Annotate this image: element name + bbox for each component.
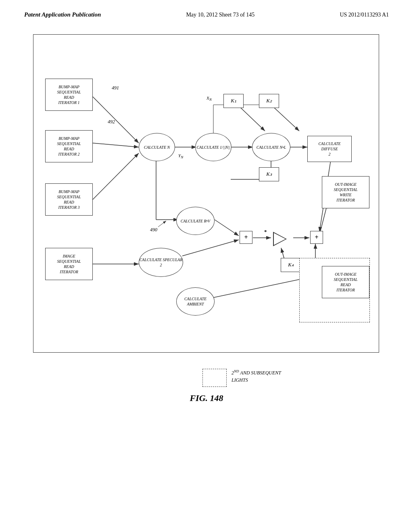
k1-box: K₁ <box>223 94 244 108</box>
calc-n-label: CALCULATE N <box>144 145 170 150</box>
calc-specular-label: CALCULATE SPECULAR 2 <box>139 257 183 268</box>
calc-ambient-label: CALCULATE AMBIENT <box>177 296 214 307</box>
image-sequential-read-iterator: IMAGE SEQUENTIAL READ ITERATOR <box>45 248 93 280</box>
k3-label: K₃ <box>266 171 272 178</box>
calculate-rv: CALCULATE R•V <box>176 207 215 235</box>
ref-490: 490 <box>150 227 157 233</box>
publication-title: Patent Application Publication <box>24 11 101 18</box>
k2-label: K₂ <box>266 98 272 104</box>
plus-operator-2: + <box>310 231 323 244</box>
bump-map-iterator-3: BUMP-MAP SEQUENTIAL READ ITERATOR 3 <box>45 183 93 216</box>
bump-map-iterator-2: BUMP-MAP SEQUENTIAL READ ITERATOR 2 <box>45 130 93 162</box>
calculate-specular: CALCULATE SPECULAR 2 <box>139 248 183 277</box>
out-image-read-iterator: OUT-IMAGE SEQUENTIAL READ ITERATOR <box>322 266 369 298</box>
k3-box: K₃ <box>259 167 279 181</box>
calc-1n-label: CALCULATE 1/||N|| <box>196 145 230 150</box>
out-write-label: OUT-IMAGE SEQUENTIAL WRITE ITERATOR <box>334 182 358 203</box>
calc-diffuse-label: CALCULATE DIFFUSE 2 <box>318 141 340 157</box>
calc-rv-label: CALCULATE R•V <box>181 218 210 224</box>
plus1-symbol: + <box>244 234 248 241</box>
k2-box: K₂ <box>259 94 279 108</box>
ref-491: 491 <box>112 85 119 91</box>
bump2-label: BUMP-MAP SEQUENTIAL READ ITERATOR 2 <box>57 136 81 157</box>
calculate-1n: CALCULATE 1/||N|| <box>195 133 232 161</box>
out-image-write-iterator: OUT-IMAGE SEQUENTIAL WRITE ITERATOR <box>322 176 369 208</box>
bump1-label: BUMP-MAP SEQUENTIAL READ ITERATOR 1 <box>57 84 81 105</box>
multiply-symbol: * <box>264 229 267 235</box>
k4-box: K₄ <box>281 258 301 272</box>
plus-operator-1: + <box>240 231 252 244</box>
legend-dashed-box <box>202 369 227 387</box>
publication-date-sheet: May 10, 2012 Sheet 73 of 145 <box>186 12 254 18</box>
calculate-nl: CALCULATE N•L <box>252 133 290 161</box>
calculate-ambient: CALCULATE AMBIENT <box>176 287 215 316</box>
ref-492: 492 <box>108 119 115 125</box>
out-read-label: OUT-IMAGE SEQUENTIAL READ ITERATOR <box>334 272 358 293</box>
diagram-area: BUMP-MAP SEQUENTIAL READ ITERATOR 1 BUMP… <box>33 34 380 417</box>
multiply-operator: * <box>273 232 287 246</box>
plus2-symbol: + <box>315 234 318 241</box>
yn-label: YN <box>178 153 183 159</box>
calculate-diffuse: CALCULATE DIFFUSE 2 <box>307 136 352 162</box>
page-header: Patent Application Publication May 10, 2… <box>0 0 413 22</box>
publication-number: US 2012/0113293 A1 <box>340 12 389 18</box>
bump-map-iterator-1: BUMP-MAP SEQUENTIAL READ ITERATOR 1 <box>45 79 93 111</box>
xn-label: XN <box>206 96 212 102</box>
k1-label: K₁ <box>231 98 236 104</box>
calc-nl-label: CALCULATE N•L <box>257 145 286 150</box>
image-seq-label: IMAGE SEQUENTIAL READ ITERATOR <box>57 254 81 274</box>
calculate-n: CALCULATE N <box>139 133 175 161</box>
k4-label: K₄ <box>288 262 294 268</box>
legend-text: 2ND AND SUBSEQUENTLIGHTS <box>232 369 281 384</box>
bump3-label: BUMP-MAP SEQUENTIAL READ ITERATOR 3 <box>57 189 81 210</box>
